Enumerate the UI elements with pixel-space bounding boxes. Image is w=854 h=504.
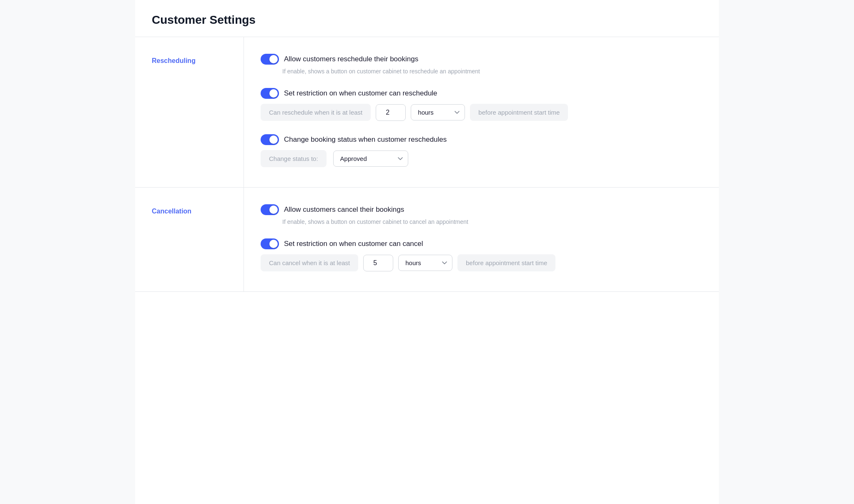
allow-reschedule-track <box>261 54 279 65</box>
reschedule-restriction-suffix: before appointment start time <box>470 104 568 121</box>
allow-cancel-track <box>261 204 279 215</box>
allow-reschedule-row: Allow customers reschedule their booking… <box>261 54 699 75</box>
page-title: Customer Settings <box>152 13 702 27</box>
reschedule-unit-select[interactable]: minutes hours days <box>411 104 465 120</box>
reschedule-restriction-label: Set restriction on when customer can res… <box>284 89 437 98</box>
cancel-restriction-inputs: Can cancel when it is at least minutes h… <box>261 254 699 271</box>
reschedule-restriction-inputs: Can reschedule when it is at least minut… <box>261 104 699 121</box>
reschedule-hours-input[interactable] <box>376 104 406 121</box>
change-status-toggle[interactable] <box>261 134 279 145</box>
cancel-restriction-toggle[interactable] <box>261 238 279 249</box>
cancellation-sidebar: Cancellation <box>135 188 244 291</box>
rescheduling-label: Rescheduling <box>152 57 196 64</box>
cancellation-section: Cancellation Allow customers cancel thei… <box>135 188 719 292</box>
allow-cancel-thumb <box>269 206 278 214</box>
reschedule-restriction-track <box>261 88 279 99</box>
cancel-restriction-label: Set restriction on when customer can can… <box>284 240 423 248</box>
allow-reschedule-toggle[interactable] <box>261 54 279 65</box>
cancel-unit-select[interactable]: minutes hours days <box>398 255 452 271</box>
cancel-restriction-prefix: Can cancel when it is at least <box>261 254 358 271</box>
rescheduling-content: Allow customers reschedule their booking… <box>244 37 719 187</box>
allow-cancel-row: Allow customers cancel their bookings If… <box>261 204 699 225</box>
allow-cancel-description: If enable, shows a button on customer ca… <box>282 218 699 225</box>
allow-cancel-toggle-row: Allow customers cancel their bookings <box>261 204 699 215</box>
status-select[interactable]: Approved Pending Cancelled Rejected <box>333 150 408 167</box>
rescheduling-section: Rescheduling Allow customers reschedule … <box>135 37 719 188</box>
reschedule-restriction-thumb <box>269 89 278 98</box>
page-header: Customer Settings <box>135 0 719 37</box>
allow-reschedule-label: Allow customers reschedule their booking… <box>284 55 418 63</box>
change-status-thumb <box>269 135 278 144</box>
change-status-prefix: Change status to: <box>261 150 327 167</box>
reschedule-restriction-row: Set restriction on when customer can res… <box>261 88 699 121</box>
cancel-restriction-track <box>261 238 279 249</box>
change-status-label: Change booking status when customer resc… <box>284 135 447 144</box>
page-container: Customer Settings Rescheduling <box>135 0 719 504</box>
cancel-restriction-row: Set restriction on when customer can can… <box>261 238 699 271</box>
change-status-row: Change booking status when customer resc… <box>261 134 699 167</box>
cancellation-label: Cancellation <box>152 208 191 215</box>
reschedule-restriction-toggle-row: Set restriction on when customer can res… <box>261 88 699 99</box>
settings-layout: Rescheduling Allow customers reschedule … <box>135 37 719 292</box>
allow-cancel-label: Allow customers cancel their bookings <box>284 206 404 214</box>
reschedule-restriction-toggle[interactable] <box>261 88 279 99</box>
allow-cancel-toggle[interactable] <box>261 204 279 215</box>
cancellation-content: Allow customers cancel their bookings If… <box>244 188 719 291</box>
change-status-track <box>261 134 279 145</box>
reschedule-restriction-prefix: Can reschedule when it is at least <box>261 104 371 121</box>
rescheduling-sidebar: Rescheduling <box>135 37 244 187</box>
cancel-restriction-toggle-row: Set restriction on when customer can can… <box>261 238 699 249</box>
cancel-hours-input[interactable] <box>363 255 393 271</box>
cancel-restriction-thumb <box>269 240 278 248</box>
change-status-toggle-row: Change booking status when customer resc… <box>261 134 699 145</box>
allow-reschedule-toggle-row: Allow customers reschedule their booking… <box>261 54 699 65</box>
allow-reschedule-thumb <box>269 55 278 63</box>
cancel-restriction-suffix: before appointment start time <box>457 254 555 271</box>
allow-reschedule-description: If enable, shows a button on customer ca… <box>282 68 699 75</box>
change-status-inputs: Change status to: Approved Pending Cance… <box>261 150 699 167</box>
